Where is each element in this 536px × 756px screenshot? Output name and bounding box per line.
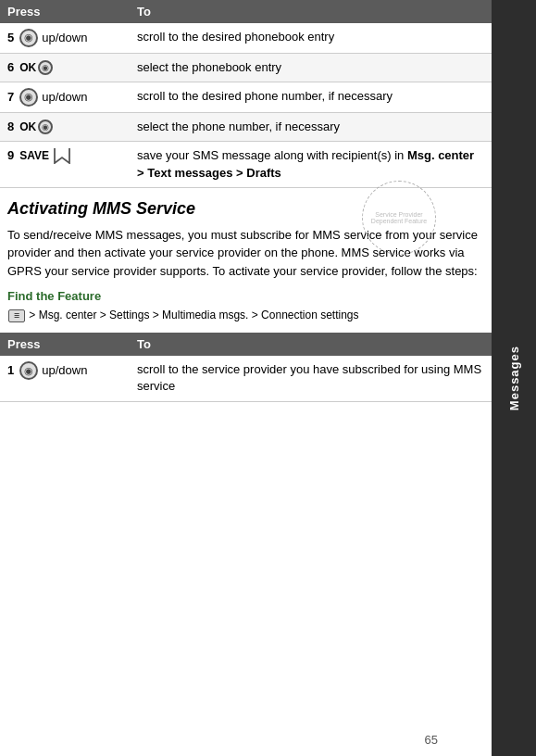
row-num-t2-1: 1: [7, 362, 14, 379]
save-text-9: SAVE: [19, 148, 49, 164]
page-wrapper: Press To 5 up/down scroll to the desired…: [0, 0, 536, 756]
find-feature-label: Find the Feature: [7, 289, 484, 303]
table-1: Press To 5 up/down scroll to the desired…: [0, 0, 492, 188]
feature-path: ☰ > Msg. center > Settings > Multimedia …: [7, 307, 484, 323]
table-row: 8 OK select the phone number, if necessa…: [0, 113, 492, 142]
press-cell-7: 7 up/down: [7, 88, 122, 107]
press-cell-t2-1: 1 up/down: [7, 361, 122, 380]
ok-icon-6: OK: [19, 60, 53, 76]
press-label-t2-1: up/down: [42, 362, 87, 379]
ok-circle-8: [38, 120, 53, 134]
press-label-5: up/down: [42, 30, 87, 46]
nav-icon-7: [19, 88, 38, 107]
to-cell-t2-1: scroll to the service provider you have …: [130, 356, 492, 401]
ok-text-8: OK: [19, 120, 36, 135]
to-cell-9: save your SMS message along with recipie…: [130, 142, 492, 187]
table-row: 6 OK select the phonebook entry: [0, 54, 492, 82]
to-text-9-plain: save your SMS message along with recipie…: [137, 148, 407, 162]
table2-header-press: Press: [0, 333, 130, 356]
press-cell-8: 8 OK: [7, 119, 122, 135]
save-icon-shape: [52, 147, 72, 164]
press-cell-6: 6 OK: [7, 59, 122, 76]
table2-header-to: To: [130, 333, 492, 356]
main-content: Press To 5 up/down scroll to the desired…: [0, 0, 492, 756]
sidebar-label: Messages: [507, 346, 521, 410]
sidebar: Messages: [492, 0, 536, 756]
ok-circle-6: [38, 60, 53, 75]
nav-icon-5: [19, 29, 38, 47]
row-num-5: 5: [7, 30, 14, 46]
table-2: Press To 1 up/down scroll to the service…: [0, 333, 492, 401]
page-number: 65: [425, 733, 438, 747]
section-title: Activating MMS Service: [7, 199, 484, 219]
table-row: 7 up/down scroll to the desired phone nu…: [0, 82, 492, 113]
to-cell-8: select the phone number, if necessary: [130, 113, 492, 142]
press-label-7: up/down: [42, 89, 87, 106]
row-num-6: 6: [7, 59, 14, 76]
row-num-7: 7: [7, 89, 14, 106]
ok-text-6: OK: [19, 60, 36, 76]
to-cell-7: scroll to the desired phone number, if n…: [130, 82, 492, 113]
to-cell-5: scroll to the desired phonebook entry: [130, 23, 492, 54]
table1-header-press: Press: [0, 0, 130, 23]
to-cell-6: select the phonebook entry: [130, 54, 492, 82]
table1-header-to: To: [130, 0, 492, 23]
row-num-9: 9: [7, 147, 14, 164]
section-body: To send/receive MMS messages, you must s…: [7, 226, 484, 281]
menu-icon: ☰: [8, 309, 25, 322]
press-cell-5: 5 up/down: [7, 29, 122, 47]
table-row: 9 SAVE save yo: [0, 142, 492, 187]
nav-icon-t2-1: [19, 361, 38, 380]
feature-path-text: > Msg. center > Settings > Multimedia ms…: [29, 309, 358, 321]
save-icon-9: SAVE: [19, 147, 72, 164]
ok-icon-8: OK: [19, 120, 53, 135]
press-cell-9: 9 SAVE: [7, 147, 122, 164]
row-num-8: 8: [7, 119, 14, 135]
table-row: 5 up/down scroll to the desired phoneboo…: [0, 23, 492, 54]
table-row: 1 up/down scroll to the service provider…: [0, 356, 492, 401]
